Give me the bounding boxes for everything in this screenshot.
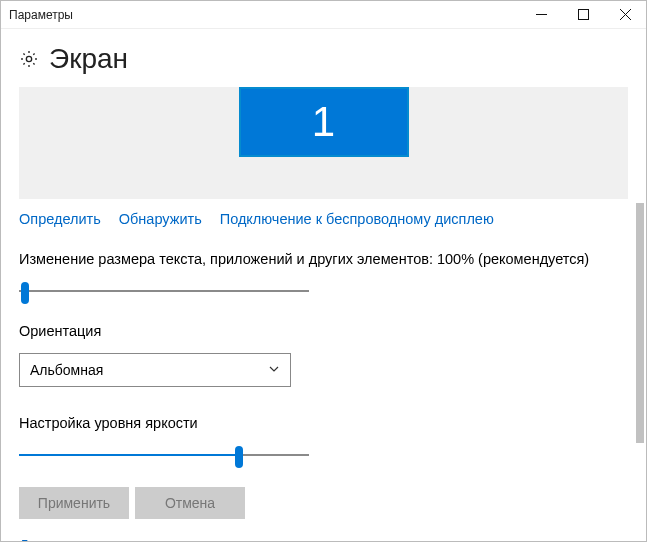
orientation-label: Ориентация bbox=[19, 323, 628, 339]
apply-cancel-row: Применить Отмена bbox=[19, 487, 628, 519]
identify-link[interactable]: Определить bbox=[19, 211, 101, 227]
display-links: Определить Обнаружить Подключение к бесп… bbox=[19, 211, 628, 227]
slider-track bbox=[19, 290, 309, 292]
window-title: Параметры bbox=[9, 8, 73, 22]
detect-link[interactable]: Обнаружить bbox=[119, 211, 202, 227]
slider-fill bbox=[19, 454, 239, 456]
orientation-value: Альбомная bbox=[30, 362, 103, 378]
scrollbar[interactable] bbox=[634, 87, 644, 539]
window-controls bbox=[520, 1, 646, 29]
brightness-slider[interactable] bbox=[19, 445, 309, 465]
orientation-dropdown[interactable]: Альбомная bbox=[19, 353, 291, 387]
wireless-display-link[interactable]: Подключение к беспроводному дисплею bbox=[220, 211, 494, 227]
apply-button[interactable]: Применить bbox=[19, 487, 129, 519]
chevron-down-icon bbox=[268, 362, 280, 378]
monitor-preview-area: 1 bbox=[19, 87, 628, 199]
scale-slider[interactable] bbox=[19, 281, 309, 301]
close-button[interactable] bbox=[604, 1, 646, 29]
page-title: Экран bbox=[49, 43, 128, 75]
advanced-display-link[interactable]: Дополнительные параметры экрана bbox=[19, 537, 628, 541]
brightness-label: Настройка уровня яркости bbox=[19, 415, 628, 431]
slider-thumb[interactable] bbox=[235, 446, 243, 468]
scrollbar-thumb[interactable] bbox=[636, 203, 644, 443]
slider-thumb[interactable] bbox=[21, 282, 29, 304]
scale-label: Изменение размера текста, приложений и д… bbox=[19, 251, 628, 267]
titlebar: Параметры bbox=[1, 1, 646, 29]
monitor-number: 1 bbox=[312, 98, 335, 146]
maximize-button[interactable] bbox=[562, 1, 604, 29]
svg-rect-1 bbox=[578, 10, 588, 20]
svg-point-4 bbox=[26, 56, 31, 61]
cancel-button[interactable]: Отмена bbox=[135, 487, 245, 519]
minimize-button[interactable] bbox=[520, 1, 562, 29]
page-header: Экран bbox=[1, 29, 646, 85]
gear-icon bbox=[19, 49, 39, 69]
monitor-tile-1[interactable]: 1 bbox=[239, 87, 409, 157]
content: 1 Определить Обнаружить Подключение к бе… bbox=[1, 87, 646, 541]
